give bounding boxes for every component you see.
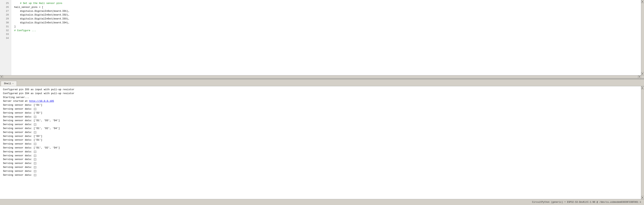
line-number: 26 — [2, 6, 9, 9]
output-line: Configured pin IO4 as input with pull-up… — [3, 92, 641, 96]
code-line: # Set up the Hall sensor pins — [14, 2, 641, 6]
shell-panel: Shell × Configured pin IO3 as input with… — [0, 80, 644, 199]
line-number: 30 — [2, 21, 9, 25]
output-line: Serving sensor data: [] — [3, 158, 641, 162]
shell-output[interactable]: Configured pin IO3 as input with pull-up… — [0, 86, 644, 199]
output-line: Serving sensor data: [] — [3, 166, 641, 169]
shell-tab-bar: Shell × — [0, 80, 644, 86]
status-text: CircuitPython (generic) • ESP32-S3-DevKi… — [532, 201, 641, 204]
line-number: 31 — [2, 25, 9, 29]
shell-tab-close[interactable]: × — [12, 82, 14, 85]
output-line: Serving sensor data: [] — [3, 154, 641, 158]
shell-tab[interactable]: Shell × — [1, 81, 17, 86]
line-number: 28 — [2, 13, 9, 17]
line-number: 33 — [2, 32, 9, 36]
code-editor: 25 26 27 28 29 30 31 32 33 34 # Set up t… — [0, 0, 644, 78]
scroll-right-arrow[interactable]: ► — [638, 76, 641, 78]
server-url-link[interactable]: http://10.0.0.105 — [29, 100, 54, 102]
output-line: Serving sensor data: [] — [3, 173, 641, 177]
scroll-track[interactable] — [641, 3, 644, 72]
output-line: Serving sensor data: ['D1', 'D2', 'D4'] — [3, 126, 641, 130]
output-line: Serving sensor data: [] — [3, 107, 641, 111]
output-line: Serving sensor data: [] — [3, 169, 641, 173]
shell-scroll-up-arrow[interactable]: ▲ — [641, 86, 644, 89]
code-line: digitalio.DigitalInOut(board.IO3), — [14, 17, 641, 21]
output-line: Serving sensor data: [] — [3, 115, 641, 119]
vertical-scrollbar[interactable]: ▲ ▼ — [641, 0, 644, 75]
output-line: Server started at http://10.0.0.105 — [3, 99, 641, 103]
output-line: Serving sensor data: [] — [3, 123, 641, 126]
output-line: Serving sensor data: ['D1', 'D3', 'D4'] — [3, 119, 641, 123]
scroll-down-arrow[interactable]: ▼ — [641, 72, 644, 75]
line-number: 29 — [2, 17, 9, 21]
output-line: Serving sensor data: [] — [3, 142, 641, 146]
shell-scroll-down-arrow[interactable]: ▼ — [641, 196, 644, 199]
line-number: 32 — [2, 29, 9, 33]
scroll-up-arrow[interactable]: ▲ — [641, 0, 644, 3]
line-number: 27 — [2, 9, 9, 13]
output-line: Serving sensor data: ['D1'] — [3, 138, 641, 142]
output-line: Serving sensor data: [] — [3, 130, 641, 134]
h-scroll-track[interactable] — [3, 76, 638, 78]
scrollbar-corner — [641, 75, 644, 78]
shell-tab-label: Shell — [4, 82, 11, 85]
line-numbers: 25 26 27 28 29 30 31 32 33 34 — [0, 0, 11, 78]
output-line: Serving sensor data: [] — [3, 150, 641, 154]
output-line: Serving sensor data: ['D2'] — [3, 111, 641, 115]
output-line: Serving sensor data: [] — [3, 162, 641, 166]
horizontal-scrollbar[interactable]: ◄ ► — [0, 75, 641, 78]
status-bar: CircuitPython (generic) • ESP32-S3-DevKi… — [0, 199, 644, 205]
output-line: Serving sensor data: ['D3'] — [3, 134, 641, 138]
code-line: digitalio.DigitalInOut(board.IO1), — [14, 9, 641, 13]
code-line: hall_sensor_pins = [ — [14, 6, 641, 9]
line-number: 34 — [2, 36, 9, 40]
output-line: Serving sensor data: ['D1', 'D2', 'D4'] — [3, 146, 641, 150]
line-number: 25 — [2, 2, 9, 6]
code-line: ] — [14, 25, 641, 29]
scroll-left-arrow[interactable]: ◄ — [0, 76, 3, 78]
output-line: Serving sensor data: ['D1'] — [3, 103, 641, 107]
code-line: digitalio.DigitalInOut(board.IO2), — [14, 13, 641, 17]
shell-vertical-scrollbar[interactable]: ▲ ▼ — [641, 86, 644, 199]
shell-scroll-track[interactable] — [641, 89, 644, 196]
code-line: digitalio.DigitalInOut(board.IO4), — [14, 21, 641, 25]
code-line: # Configure ... — [14, 29, 641, 33]
output-line: Starting server... — [3, 96, 641, 100]
output-line: Configured pin IO3 as input with pull-up… — [3, 88, 641, 92]
code-text-area[interactable]: # Set up the Hall sensor pins hall_senso… — [11, 0, 644, 78]
